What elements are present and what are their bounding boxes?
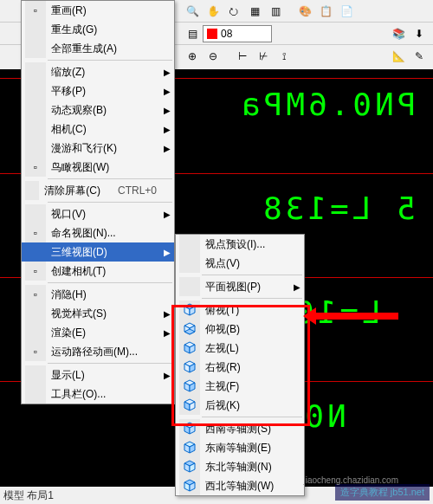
blank-icon <box>25 120 46 139</box>
menu-item[interactable]: 动态观察(B)▶ <box>22 100 174 120</box>
menu-label: 视觉样式(S) <box>51 307 157 321</box>
cube-left-icon <box>179 339 200 358</box>
orbit-icon[interactable]: ⭮ <box>224 2 243 21</box>
submenu-arrow-icon: ▶ <box>164 309 171 319</box>
menu-label: 平移(P) <box>51 84 157 99</box>
submenu-arrow-icon: ▶ <box>294 282 301 292</box>
blank-icon <box>179 277 200 296</box>
layer-icon[interactable]: ▤ <box>183 24 202 43</box>
tool-icon[interactable]: 📄 <box>337 2 356 21</box>
3d-view-submenu: 视点预设(I)...视点(V)平面视图(P)▶俯视(T)仰视(B)左视(L)右视… <box>175 234 305 496</box>
menu-label: 漫游和飞行(K) <box>51 141 157 156</box>
blank-icon <box>25 242 46 262</box>
submenu-arrow-icon: ▶ <box>164 371 171 380</box>
menu-item[interactable]: 东北等轴测(N) <box>176 457 304 476</box>
menu-item[interactable]: 视点预设(I)... <box>176 235 304 254</box>
menu-item[interactable]: 仰视(B) <box>176 320 304 339</box>
menu-label: 重生成(G) <box>51 23 157 37</box>
menu-item[interactable]: 渲染(E)▶ <box>22 323 174 342</box>
menu-item[interactable]: 平移(P)▶ <box>22 81 174 100</box>
dim-icon[interactable]: ⊢ <box>233 47 252 66</box>
menu-item[interactable]: 相机(C)▶ <box>22 120 174 139</box>
iso-nw-icon <box>179 476 200 495</box>
menu-item[interactable]: 平面视图(P)▶ <box>176 277 304 296</box>
menu-item[interactable]: 视觉样式(S)▶ <box>22 304 174 323</box>
submenu-arrow-icon: ▶ <box>164 87 171 96</box>
dim-icon[interactable]: ⟟ <box>275 47 294 66</box>
pan-icon[interactable]: ✋ <box>204 2 223 21</box>
menu-item[interactable]: 主视(F) <box>176 377 304 396</box>
menu-label: 重画(R) <box>51 3 157 18</box>
iso-ne-icon <box>179 457 200 476</box>
menu-item[interactable]: 缩放(Z)▶ <box>22 62 174 81</box>
tool-icon[interactable]: 📚 <box>389 24 408 43</box>
layer-select[interactable]: 08 <box>203 25 272 42</box>
submenu-arrow-icon: ▶ <box>164 210 171 219</box>
submenu-arrow-icon: ▶ <box>164 68 171 77</box>
menu-separator <box>202 298 302 299</box>
tool-icon[interactable]: ⬇ <box>410 24 429 43</box>
menu-label: 视点预设(I)... <box>205 237 287 252</box>
blank-icon <box>25 204 46 223</box>
menu-separator <box>48 282 172 283</box>
menu-item[interactable]: 左视(L) <box>176 339 304 358</box>
menu-item[interactable]: ▫重画(R) <box>22 1 174 20</box>
blank-icon <box>25 323 46 342</box>
dim-icon[interactable]: ⊬ <box>254 47 273 66</box>
menu-item[interactable]: 西北等轴测(W) <box>176 476 304 495</box>
menu-item[interactable]: ▫消隐(H) <box>22 285 174 304</box>
menu-item[interactable]: 显示(L)▶ <box>22 365 174 384</box>
menu-label: 三维视图(D) <box>51 245 157 260</box>
menu-separator <box>202 275 302 275</box>
blank-icon <box>25 139 46 158</box>
menu-label: 显示(L) <box>51 368 157 383</box>
menu-item[interactable]: ▫运动路径动画(M)... <box>22 342 174 361</box>
menu-item[interactable]: 全部重生成(A) <box>22 39 174 58</box>
blank-icon <box>25 304 46 323</box>
submenu-arrow-icon: ▶ <box>164 106 171 115</box>
layer-color-swatch <box>207 29 217 39</box>
menu-item[interactable]: 视口(V)▶ <box>22 204 174 223</box>
menu-item[interactable]: 东南等轴测(E) <box>176 438 304 457</box>
menu-item[interactable]: 漫游和飞行(K)▶ <box>22 139 174 158</box>
menu-label: 命名视图(N)... <box>51 226 157 241</box>
menu-item[interactable]: ▫创建相机(T) <box>22 262 174 281</box>
menu-item[interactable]: 右视(R) <box>176 358 304 377</box>
canvas-text: 5 L=138 <box>260 191 416 226</box>
menu-item[interactable]: 清除屏幕(C)CTRL+0 <box>22 181 174 200</box>
hide-icon: ▫ <box>25 285 46 304</box>
menu-item[interactable]: 视点(V) <box>176 254 304 273</box>
menu-label: 缩放(Z) <box>51 65 157 80</box>
blank-icon <box>179 235 200 254</box>
watermark: 造字典教程 jb51.net <box>335 484 430 501</box>
color-icon[interactable]: 🎨 <box>295 2 314 21</box>
menu-item[interactable]: ▫鸟瞰视图(W) <box>22 158 174 177</box>
menu-label: 清除屏幕(C) <box>44 184 100 198</box>
pencil-icon[interactable]: ✎ <box>410 47 429 66</box>
menu-label: 右视(R) <box>205 360 287 375</box>
menu-label: 运动路径动画(M)... <box>51 345 157 359</box>
menu-label: 渲染(E) <box>51 326 157 340</box>
menu-item[interactable]: 西南等轴测(S) <box>176 419 304 438</box>
menu-item[interactable]: ▫命名视图(N)... <box>22 223 174 242</box>
cube-back-icon <box>179 396 200 415</box>
zoom-icon[interactable]: 🔍 <box>183 2 202 21</box>
watermark-url: jiaocheng.chazidian.com <box>303 475 398 485</box>
tool-icon[interactable]: 📋 <box>316 2 335 21</box>
menu-label: 工具栏(O)... <box>51 387 157 402</box>
model-tab[interactable]: 模型 布局1 <box>3 488 54 503</box>
menu-item[interactable]: 俯视(T) <box>176 300 304 320</box>
menu-item[interactable]: 三维视图(D)▶ <box>22 242 174 262</box>
menu-item[interactable]: 重生成(G) <box>22 20 174 39</box>
tool-icon[interactable]: ▥ <box>266 2 285 21</box>
menu-item[interactable]: 工具栏(O)... <box>22 384 174 404</box>
circle-icon[interactable]: ⊖ <box>204 47 223 66</box>
menu-item[interactable]: 后视(K) <box>176 396 304 415</box>
named-view-icon: ▫ <box>25 223 46 242</box>
tool-icon[interactable]: 📐 <box>389 47 408 66</box>
cube-right-icon <box>179 358 200 377</box>
menu-separator <box>48 202 172 203</box>
blank-icon <box>25 384 46 404</box>
circle-icon[interactable]: ⊕ <box>183 47 202 66</box>
tool-icon[interactable]: ▦ <box>245 2 264 21</box>
